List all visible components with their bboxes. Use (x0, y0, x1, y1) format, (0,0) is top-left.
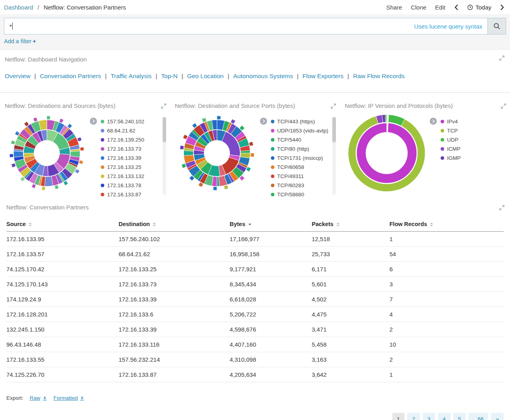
expand-panel-icon[interactable] (161, 103, 166, 110)
time-back-button[interactable] (454, 4, 458, 11)
table-cell: 172.16.133.39 (119, 292, 230, 307)
legend-item-157-56-240-102[interactable]: 157.56.240.102 (101, 117, 166, 126)
table-row: 172.16.133.5768.64.21.6216,958,15825,733… (6, 247, 504, 262)
legend-item-tcp-443-https[interactable]: TCP/443 (https) (271, 117, 336, 126)
legend-item-172-16-133-73[interactable]: 172.16.133.73 (101, 144, 166, 153)
legend-toggle-button[interactable] (429, 117, 437, 127)
legend-item-tcp-60658[interactable]: TCP/60658 (271, 163, 336, 172)
sunburst-segment[interactable] (55, 185, 59, 189)
ip-protocols-donut-chart[interactable] (345, 113, 429, 193)
sunburst-segment[interactable] (11, 140, 15, 145)
sunburst-segment[interactable] (224, 185, 228, 190)
sunburst-segment[interactable] (80, 147, 84, 151)
sunburst-segment[interactable] (10, 154, 13, 157)
scrollbar-thumb[interactable] (163, 117, 166, 142)
legend-label: IPv4 (447, 119, 458, 125)
legend-item-udp[interactable]: UDP (441, 135, 506, 144)
sunburst-segment[interactable] (250, 153, 254, 157)
table-cell: 5,601 (312, 277, 389, 292)
sunburst-segment[interactable] (357, 123, 417, 183)
table-cell: 8,345,434 (230, 277, 312, 292)
column-header-destination[interactable]: Destination (119, 217, 230, 232)
column-header-flow-records[interactable]: Flow Records (389, 217, 504, 232)
share-button[interactable]: Share (386, 4, 402, 11)
legend-item-udp-1853-vids-avtp[interactable]: UDP/1853 (vids-avtp) (271, 126, 336, 135)
pagination-page-ellipsis-66[interactable]: ...66 (468, 413, 488, 420)
sunburst-segment[interactable] (79, 160, 83, 164)
nav-link-overview[interactable]: Overview (5, 73, 31, 79)
sunburst-segment[interactable] (32, 184, 36, 188)
sunburst-segment[interactable] (180, 145, 184, 150)
legend-toggle-button[interactable] (90, 117, 97, 127)
column-header-packets[interactable]: Packets (312, 217, 389, 232)
pagination-page-5[interactable]: 5 (453, 413, 466, 420)
sunburst-segment[interactable] (213, 186, 217, 190)
ports-sunburst-chart[interactable] (175, 113, 259, 193)
legend-item-tcp-58880[interactable]: TCP/58880 (271, 190, 336, 199)
legend-item-icmp[interactable]: ICMP (441, 144, 506, 153)
sunburst-segment[interactable] (42, 186, 45, 190)
time-picker-button[interactable]: Today (467, 4, 491, 11)
legend-scrollbar[interactable] (332, 117, 336, 195)
legend-item-172-16-133-25[interactable]: 172.16.133.25 (101, 163, 166, 172)
edit-button[interactable]: Edit (435, 4, 445, 11)
nav-link-autonomous-systems[interactable]: Autonomous Systems (233, 73, 293, 79)
nav-link-raw-flow-records[interactable]: Raw Flow Records (353, 73, 405, 79)
sunburst-segment[interactable] (33, 117, 38, 122)
legend-item-172-16-133-39[interactable]: 172.16.133.39 (101, 153, 166, 163)
table-cell: 4,310,098 (230, 352, 312, 367)
sunburst-segment[interactable] (217, 116, 221, 120)
expand-panel-icon[interactable] (501, 103, 506, 110)
sunburst-segment[interactable] (385, 115, 387, 122)
pagination-page-1[interactable]: 1 (392, 413, 405, 420)
sunburst-segment[interactable] (13, 151, 23, 157)
legend-toggle-button[interactable] (260, 117, 267, 127)
nav-link-flow-exporters[interactable]: Flow Exporters (303, 73, 343, 79)
clone-button[interactable]: Clone (411, 4, 426, 11)
sunburst-segment[interactable] (11, 163, 15, 167)
search-button[interactable] (488, 18, 506, 35)
nav-link-traffic-analysis[interactable]: Traffic Analysis (111, 73, 151, 79)
sunburst-segment[interactable] (249, 142, 253, 146)
export-formatted-label: Formatted (54, 395, 78, 401)
sunburst-segment[interactable] (47, 116, 50, 119)
add-filter-link[interactable]: Add a filter+ (4, 38, 36, 44)
legend-item-tcp-80-http[interactable]: TCP/80 (http) (271, 144, 336, 153)
legend-item-igmp[interactable]: IGMP (441, 153, 506, 163)
pagination-next-button[interactable]: » (491, 413, 504, 420)
table-cell: 172.16.133.57 (6, 247, 119, 262)
legend-item-172-16-133-87[interactable]: 172.16.133.87 (101, 190, 166, 199)
scrollbar-thumb[interactable] (332, 117, 336, 142)
nav-link-conversation-partners[interactable]: Conversation Partners (40, 73, 101, 79)
legend-item-68-64-21-62[interactable]: 68.64.21.62 (101, 126, 166, 135)
nav-link-top-n[interactable]: Top-N (161, 73, 177, 79)
legend-item-tcp-5440[interactable]: TCP/5440 (271, 135, 336, 144)
nav-link-geo-location[interactable]: Geo Location (187, 73, 224, 79)
expand-panel-icon[interactable] (499, 205, 504, 212)
legend-item-172-16-133-132[interactable]: 172.16.133.132 (101, 172, 166, 181)
pagination-page-4[interactable]: 4 (438, 413, 451, 420)
expand-panel-icon[interactable] (499, 55, 504, 62)
search-input[interactable]: * Uses lucene query syntax (4, 18, 488, 35)
legend-scrollbar[interactable] (163, 117, 166, 195)
export-raw-link[interactable]: Raw (30, 395, 47, 401)
legend-item-ipv4[interactable]: IPv4 (441, 117, 506, 126)
legend-item-172-16-139-250[interactable]: 172.16.139.250 (101, 135, 166, 144)
table-cell: 7 (389, 292, 504, 307)
table-body: 172.16.133.95157.56.240.10217,166,97712,… (6, 232, 504, 382)
expand-panel-icon[interactable] (331, 103, 336, 110)
time-forward-button[interactable] (500, 4, 504, 11)
export-formatted-link[interactable]: Formatted (54, 395, 85, 401)
destinations-sources-sunburst-chart[interactable] (5, 113, 89, 193)
pagination-page-3[interactable]: 3 (423, 413, 435, 420)
legend-item-tcp-1731-msiccp[interactable]: TCP/1731 (msiccp) (271, 153, 336, 163)
column-header-source[interactable]: Source (6, 217, 119, 232)
pagination-page-2[interactable]: 2 (407, 413, 420, 420)
legend-item-tcp-60283[interactable]: TCP/60283 (271, 181, 336, 190)
column-header-bytes[interactable]: Bytes (230, 217, 312, 232)
legend-item-tcp[interactable]: TCP (441, 126, 506, 135)
lucene-syntax-link[interactable]: Uses lucene query syntax (414, 23, 482, 30)
legend-item-tcp-49311[interactable]: TCP/49311 (271, 172, 336, 181)
legend-item-172-16-133-78[interactable]: 172.16.133.78 (101, 181, 166, 190)
breadcrumb-dashboard-link[interactable]: Dashboard (4, 4, 33, 11)
